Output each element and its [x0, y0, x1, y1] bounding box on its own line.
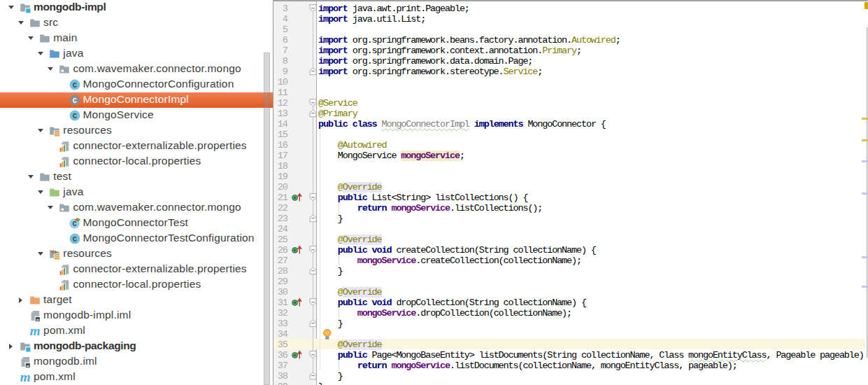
svg-text:C: C — [72, 97, 77, 105]
svg-text:C: C — [72, 220, 77, 228]
svg-text:C: C — [72, 81, 77, 90]
svg-text:m: m — [20, 372, 31, 383]
svg-text:C: C — [72, 235, 77, 244]
svg-text:m: m — [30, 326, 41, 337]
svg-text:C: C — [72, 112, 77, 120]
